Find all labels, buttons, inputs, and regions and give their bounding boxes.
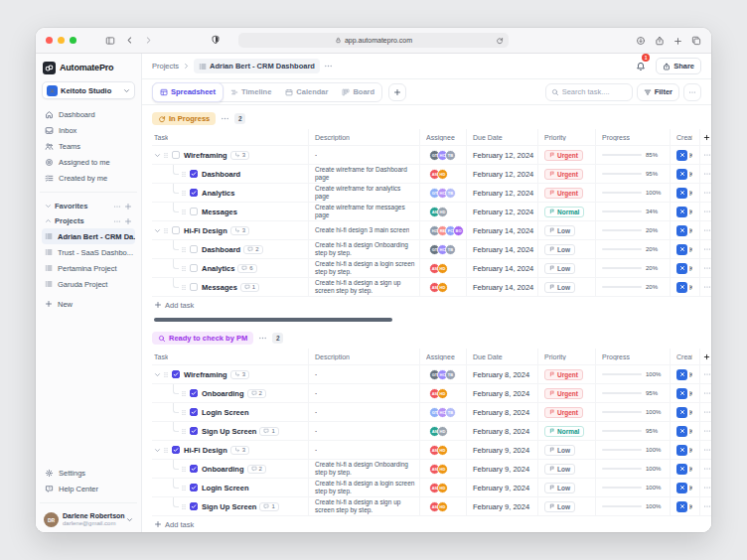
drag-handle-icon[interactable] <box>181 264 187 273</box>
row-more-button[interactable] <box>703 264 711 272</box>
drag-handle-icon[interactable] <box>181 389 187 398</box>
group-more-button[interactable] <box>258 334 267 343</box>
task-name[interactable]: Login Screen <box>202 408 249 417</box>
task-row[interactable]: Sign Up Screen1Create hi-fi a design a s… <box>152 497 711 516</box>
task-checkbox[interactable] <box>190 389 198 397</box>
close-window-button[interactable] <box>46 37 53 44</box>
task-checkbox[interactable] <box>172 226 180 234</box>
section-more-button[interactable] <box>113 217 121 225</box>
task-checkbox[interactable] <box>190 208 198 215</box>
sidebar-section-favorites[interactable]: Favorites <box>42 199 135 213</box>
row-more-button[interactable] <box>703 170 711 178</box>
forward-button[interactable] <box>144 36 153 45</box>
assignee-avatars[interactable]: GTHCTB <box>426 150 456 161</box>
task-name[interactable]: Wireframing <box>184 370 227 379</box>
row-more-button[interactable] <box>703 446 711 454</box>
section-add-button[interactable] <box>124 203 132 210</box>
search-input[interactable] <box>562 87 624 96</box>
filter-button[interactable]: Filter <box>637 83 679 101</box>
row-more-button[interactable] <box>703 484 711 491</box>
drag-handle-icon[interactable] <box>181 283 187 292</box>
tab-calendar[interactable]: Calendar <box>278 83 335 101</box>
section-add-button[interactable] <box>124 217 132 225</box>
row-more-button[interactable] <box>703 389 711 397</box>
task-row[interactable]: Login Screen-GTHCTBFebruary 8, 2024Urgen… <box>152 403 711 422</box>
sidebar-item-assigned-to-me[interactable]: Assigned to me <box>42 154 135 170</box>
group-status-badge[interactable]: In Progress <box>152 112 216 125</box>
tab-spreadsheet[interactable]: Spreadsheet <box>152 82 224 102</box>
task-row[interactable]: Sign Up Screen1-ASHDFebruary 8, 2024Norm… <box>152 422 711 441</box>
workspace-switcher[interactable]: Keitoto Studio <box>42 81 135 99</box>
drag-handle-icon[interactable] <box>181 465 187 474</box>
refresh-icon[interactable] <box>496 37 504 45</box>
sidebar-item-created-by-me[interactable]: Created by me <box>42 170 135 186</box>
task-name[interactable]: Analytics <box>202 189 234 198</box>
expand-chevron-icon[interactable] <box>154 227 161 234</box>
chevron-up-icon[interactable] <box>45 217 52 224</box>
task-row[interactable]: Onboarding2-ASHDFebruary 8, 2024Urgent95… <box>152 384 711 403</box>
sidebar-project-adrian-bert-crm-da[interactable]: Adrian Bert - CRM Da... <box>42 228 135 244</box>
task-name[interactable]: Sign Up Screen <box>202 427 256 436</box>
add-column-button[interactable] <box>699 349 711 364</box>
task-row[interactable]: MessagesCreate wireframe for messages pa… <box>152 203 711 221</box>
minimize-window-button[interactable] <box>58 37 65 44</box>
assignee-avatars[interactable]: ASHD <box>426 483 448 493</box>
url-bar[interactable]: app.automatepro.com <box>238 33 509 48</box>
assignee-avatars[interactable]: ASHD <box>426 263 448 274</box>
assignee-avatars[interactable]: HZREFCBO <box>426 225 464 236</box>
task-checkbox[interactable] <box>190 465 198 473</box>
drag-handle-icon[interactable] <box>163 446 169 455</box>
horizontal-scrollbar[interactable] <box>154 318 392 322</box>
row-more-button[interactable] <box>703 245 711 253</box>
assignee-avatars[interactable]: ASHD <box>426 388 448 399</box>
row-more-button[interactable] <box>703 427 711 435</box>
drag-handle-icon[interactable] <box>181 189 187 198</box>
task-checkbox[interactable] <box>190 502 198 510</box>
task-checkbox[interactable] <box>190 408 198 416</box>
task-name[interactable]: Messages <box>202 208 237 216</box>
assignee-avatars[interactable]: GTHCTB <box>426 407 456 418</box>
task-checkbox[interactable] <box>190 283 198 291</box>
assignee-avatars[interactable]: GTHCTB <box>426 369 456 380</box>
expand-chevron-icon[interactable] <box>154 447 161 454</box>
chevron-down-icon[interactable] <box>45 203 52 210</box>
row-more-button[interactable] <box>703 370 711 378</box>
task-row[interactable]: Messages1Create hi-fi a design a sign up… <box>152 278 711 297</box>
tab-board[interactable]: Board <box>335 83 381 101</box>
task-checkbox[interactable] <box>172 446 180 454</box>
task-name[interactable]: Hi-Fi Design <box>184 226 227 235</box>
tab-overview-icon[interactable] <box>691 36 701 46</box>
task-name[interactable]: Wireframing <box>184 151 227 160</box>
task-checkbox[interactable] <box>190 264 198 272</box>
new-tab-icon[interactable] <box>673 37 682 46</box>
drag-handle-icon[interactable] <box>181 408 187 417</box>
group-more-button[interactable] <box>221 114 229 123</box>
task-row[interactable]: Wireframing3-GTHCTBFebruary 12, 2024Urge… <box>152 146 711 165</box>
task-row[interactable]: Login ScreenCreate hi-fi a design a logi… <box>152 479 711 497</box>
new-button[interactable]: New <box>42 296 135 312</box>
browser-share-icon[interactable] <box>655 36 665 46</box>
sidebar-section-projects[interactable]: Projects <box>42 213 135 228</box>
task-checkbox[interactable] <box>190 484 198 491</box>
task-row[interactable]: DashboardCreate wireframe for Dashboard … <box>152 165 711 184</box>
sidebar-project-trust-saas-dashbo[interactable]: Trust - SaaS Dashbo... <box>42 244 135 260</box>
shield-icon[interactable] <box>211 35 221 45</box>
task-checkbox[interactable] <box>190 427 198 435</box>
group-status-badge[interactable]: Ready to check by PM <box>152 332 253 345</box>
task-row[interactable]: Onboarding2Create hi-fi a design Onboard… <box>152 460 711 479</box>
task-checkbox[interactable] <box>190 245 198 253</box>
task-row[interactable]: Wireframing3-GTHCTBFebruary 8, 2024Urgen… <box>152 365 711 384</box>
breadcrumb-more-button[interactable] <box>324 62 333 70</box>
sidebar-item-dashboard[interactable]: Dashboard <box>42 106 135 122</box>
add-task-button[interactable]: Add task <box>152 516 711 532</box>
breadcrumb-current[interactable]: Adrian Bert - CRM Dashboard <box>194 59 320 73</box>
task-name[interactable]: Dashboard <box>202 245 240 254</box>
user-menu[interactable]: DR Darlene Robertson darlene@gmail.com <box>42 509 135 527</box>
assignee-avatars[interactable]: GTHCTB <box>426 188 456 199</box>
row-more-button[interactable] <box>703 408 711 416</box>
assignee-avatars[interactable]: GTHCTB <box>426 244 456 255</box>
drag-handle-icon[interactable] <box>181 484 187 492</box>
task-name[interactable]: Login Screen <box>202 484 249 492</box>
assignee-avatars[interactable]: ASHD <box>426 501 448 512</box>
add-column-button[interactable] <box>699 129 711 145</box>
